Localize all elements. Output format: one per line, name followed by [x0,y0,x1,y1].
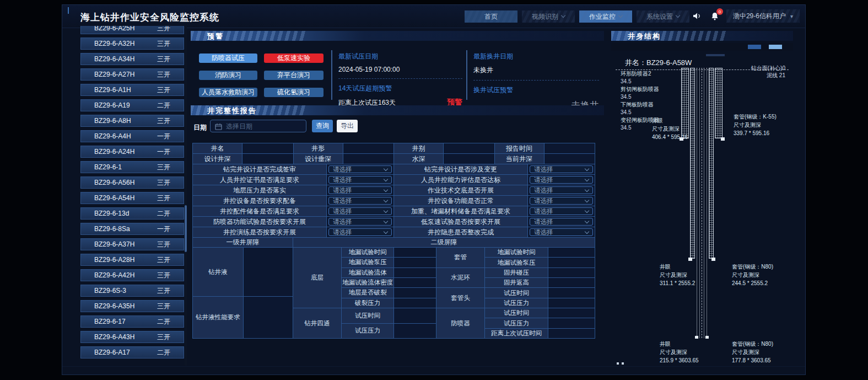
well-list-item[interactable]: BZ29-6-A24H 一开 [80,146,184,158]
question-select[interactable]: 请选择 [530,186,593,194]
well-list-item[interactable]: BZ29-6-A28H 三开 [80,254,184,266]
well-list-item[interactable]: BZ29-6-A25H 三开 [80,26,184,34]
nav-item[interactable]: 首页 [465,10,517,23]
question-select[interactable]: 请选择 [328,228,392,236]
well-list-item[interactable]: BZ29-6-8Sa 一开 [80,223,184,235]
drill-button[interactable]: 防喷器试压 [199,53,257,63]
well-list-item[interactable]: BZ29-6-A1H 三开 [80,84,184,96]
well-list-item[interactable]: BZ29-6-1 三开 [80,161,184,173]
drill-button[interactable]: 弃平台演习 [264,71,324,80]
divider [473,80,599,81]
user-menu[interactable]: 渤中29-6信科用户 ▾ [726,9,800,23]
value-cell [544,154,596,164]
bop-value: 34.5 [621,109,659,116]
well-list-item[interactable]: BZ29-6-A17 二开 [80,346,184,358]
mini-scrollbar-thumb[interactable] [706,54,725,56]
report-section-title: 井完整性报告 [207,106,257,115]
well-list-item[interactable]: BZ29-6-A37H 三开 [80,238,184,250]
question-select[interactable]: 请选择 [530,218,593,226]
rig-floor-label: 钻台面(补心)0 [751,65,785,72]
drill-button-label: 低泵速实验 [277,53,310,63]
well-list-item[interactable]: BZ29-6-A32H 三开 [80,38,184,50]
select-cell: 请选择 [327,227,394,238]
question-label: 人员井控证书是否满足要求 [193,175,327,185]
question-select[interactable]: 请选择 [328,218,392,226]
question-label: 作业技术交底是否开展 [394,185,528,196]
question-select[interactable]: 请选择 [328,176,392,184]
question-select[interactable]: 请选择 [328,186,392,194]
chevron-down-icon [585,218,589,223]
wellbore-centerline [702,68,702,338]
well-phase: 三开 [157,271,170,280]
drill-button[interactable]: 消防演习 [199,71,257,80]
date-picker[interactable] [210,120,306,132]
nav-item[interactable]: 作业监控 [579,10,632,23]
well-phase: 三开 [157,240,170,249]
question-label: 人员井控能力评估是否达标 [394,175,528,185]
value-cell [244,248,293,297]
drill-button[interactable]: 人员落水救助演习 [199,88,257,97]
nav-item[interactable]: 系统设置 [637,10,689,23]
conductor-casing-right [715,68,723,138]
question-select[interactable]: 请选择 [530,228,593,236]
bell-icon[interactable]: 0 [709,10,721,22]
barrier-label: 试压压力 [485,298,548,308]
query-button[interactable]: 查询 [312,120,333,132]
question-select[interactable]: 请选择 [530,165,593,173]
value-cell [394,248,436,258]
header-cell: 报告时间 [495,143,544,154]
question-select[interactable]: 请选择 [328,197,392,205]
well-phase: 三开 [157,55,170,64]
well-name: BZ29-6-1 [94,163,122,171]
well-list-item[interactable]: BZ29-6-A56H 三开 [80,176,184,189]
casing-annotation: 套管(钢级：N80) 尺寸及测深 244.5 * 2555.2 [732,263,773,287]
question-label: 钻完井设计是否涉及变更 [394,164,528,175]
well-name: BZ29-6-A4H [94,132,131,140]
well-phase: 一开 [157,147,170,157]
bop-name: 环形防喷器2 [621,70,659,78]
question-select[interactable]: 请选择 [530,197,593,205]
group-label: 钻井四通 [293,308,342,339]
question-label: 钻完井设计是否完成签审 [193,164,327,175]
secondary-barrier-right-group: 套管 地漏试验时间 地漏试验泵压 [436,248,595,339]
annotation-title: 套管(钢级：N80) [732,263,773,271]
primary-barrier-group: 钻井液 钻井液性能要求 [193,248,293,339]
drill-button[interactable]: 低泵速实验 [264,53,324,63]
well-list-item[interactable]: BZ29-6-A35H 三开 [80,300,184,312]
well-name: BZ29-6-A42H [94,271,134,279]
barrier-row: 试压压力 [342,324,436,339]
well-list-item[interactable]: BZ29-6-13d 二开 [80,207,184,220]
sidebar-scrollbar-thumb[interactable] [185,205,187,252]
question-row: 钻完井设计是否完成签审 请选择 钻完井设计是否涉及变更 请选择 [193,164,595,175]
barrier-label: 地漏试验时间 [342,248,394,258]
well-list-item[interactable]: BZ29-6-A42H 三开 [80,269,184,281]
value-cell [548,298,595,308]
well-list-item[interactable]: BZ29-6-A54H 三开 [80,192,184,204]
barrier-row: 试压时间 [485,308,595,318]
nav-item[interactable]: 视频识别 [522,10,575,23]
well-list-item[interactable]: BZ29-6-A4H 一开 [80,130,184,142]
well-list-item[interactable]: BZ29-6S-3 三开 [80,285,184,297]
casing-group: 套管 地漏试验时间 地漏试验泵压 [436,248,595,268]
well-list-item[interactable]: BZ29-6-A19 二开 [80,99,184,111]
header-cell: 水深 [394,154,444,164]
footer-dots [617,362,624,365]
well-list-item[interactable]: BZ29-6-A8H 三开 [80,115,184,127]
question-select[interactable]: 请选择 [328,207,392,215]
date-input[interactable] [226,120,303,132]
export-button[interactable]: 导出 [337,120,358,132]
question-select[interactable]: 请选择 [530,207,593,215]
cross-group: 钻井四通 试压时间 试压压力 [293,308,436,339]
question-select[interactable]: 请选择 [530,176,593,184]
select-placeholder: 请选择 [333,228,352,237]
well-list: BZ29-6-A25H 三开 BZ29-6-A32H 三开 BZ29-6-A34… [80,26,184,358]
well-list-item[interactable]: BZ29-6-17 二开 [80,315,184,328]
question-select[interactable]: 请选择 [328,165,392,173]
well-list-item[interactable]: BZ29-6-A43H 三开 [80,331,184,343]
drill-button[interactable]: 硫化氢演习 [264,88,324,97]
well-list-item[interactable]: BZ29-6-A34H 三开 [80,53,184,65]
speaker-icon[interactable] [691,10,703,22]
main-content: 预警 防喷器试压 低泵速实验 消防演习 弃平台演习 [191,31,604,368]
well-list-item[interactable]: BZ29-6-A27H 三开 [80,68,184,81]
value-cell [444,143,495,154]
